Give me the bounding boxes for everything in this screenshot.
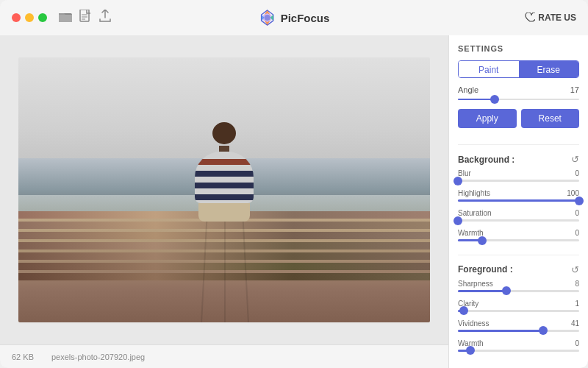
angle-row: Angle 17	[458, 85, 579, 94]
slider-row: Saturation 0	[458, 209, 579, 222]
svg-rect-1	[80, 10, 89, 21]
slider-track-sharpness[interactable]	[458, 290, 579, 292]
slider-row: Warmth 0	[458, 229, 579, 241]
slider-name: Sharpness	[458, 280, 493, 288]
slider-name: Saturation	[458, 209, 492, 217]
slider-track-warmth[interactable]	[458, 350, 579, 352]
foreground-section-header: Foreground : ↺	[458, 264, 579, 275]
app-window: PicFocus RATE US	[0, 0, 588, 368]
angle-value: 17	[570, 85, 579, 94]
maximize-button[interactable]	[38, 13, 47, 22]
divider-1	[458, 144, 579, 145]
slider-value: 41	[571, 319, 579, 328]
divider-2	[458, 255, 579, 255]
close-button[interactable]	[12, 13, 21, 22]
foreground-refresh-icon[interactable]: ↺	[571, 264, 579, 275]
slider-row: Highlights 100	[458, 189, 579, 202]
statusbar: 62 KB pexels-photo-207920.jpeg	[0, 344, 448, 368]
slider-row: Blur 0	[458, 169, 579, 182]
traffic-lights	[12, 13, 47, 22]
background-section-header: Background : ↺	[458, 154, 579, 165]
slider-value: 0	[575, 209, 579, 217]
app-logo-icon	[259, 9, 276, 26]
slider-track-highlights[interactable]	[458, 199, 579, 202]
slider-value: 0	[575, 169, 579, 177]
folder-icon[interactable]	[59, 10, 72, 25]
app-name-label: PicFocus	[281, 12, 330, 24]
reset-button[interactable]: Reset	[521, 109, 580, 128]
apply-button[interactable]: Apply	[458, 109, 517, 128]
background-sliders: Blur 0 Highlights 100 Saturati	[458, 169, 579, 249]
apply-reset-row: Apply Reset	[458, 109, 579, 128]
slider-track-blur[interactable]	[458, 180, 579, 182]
settings-panel: SETTINGS Paint Erase Angle 17 Apply Rese…	[448, 35, 588, 368]
title-bar: PicFocus RATE US	[0, 0, 588, 35]
export-icon[interactable]	[98, 10, 112, 26]
minimize-button[interactable]	[25, 13, 34, 22]
dock-area	[18, 211, 430, 322]
mode-toggle: Paint Erase	[458, 60, 579, 78]
slider-value: 8	[575, 280, 579, 288]
foreground-label: Foreground :	[458, 264, 513, 275]
slider-track-saturation[interactable]	[458, 219, 579, 222]
slider-name: Vividness	[458, 319, 490, 328]
image-container[interactable]	[0, 35, 448, 344]
slider-track-warmth[interactable]	[458, 239, 579, 241]
foreground-sliders: Sharpness 8 Clarity 1 Vividnes	[458, 280, 579, 359]
slider-row: Vividness 41	[458, 319, 579, 332]
slider-track-vividness[interactable]	[458, 330, 579, 332]
toolbar-icons	[59, 10, 112, 26]
rate-us-label: RATE US	[538, 13, 576, 23]
paint-button[interactable]: Paint	[459, 61, 519, 77]
background-refresh-icon[interactable]: ↺	[571, 154, 579, 165]
document-icon[interactable]	[79, 10, 91, 26]
background-label: Background :	[458, 155, 514, 165]
slider-row: Clarity 1	[458, 300, 579, 312]
heart-icon	[525, 13, 535, 23]
slider-row: Warmth 0	[458, 339, 579, 352]
angle-label: Angle	[458, 85, 478, 94]
erase-button[interactable]: Erase	[519, 61, 579, 77]
app-title-area: PicFocus	[259, 9, 330, 26]
rate-us-button[interactable]: RATE US	[525, 13, 576, 23]
slider-name: Highlights	[458, 189, 490, 197]
slider-value: 1	[575, 300, 579, 308]
slider-value: 0	[575, 339, 579, 347]
person-silhouette	[195, 122, 254, 222]
image-area: 62 KB pexels-photo-207920.jpeg	[0, 35, 448, 368]
angle-slider[interactable]	[458, 99, 579, 101]
slider-value: 0	[575, 229, 579, 237]
slider-track-clarity[interactable]	[458, 310, 579, 312]
svg-point-7	[265, 15, 270, 21]
file-size: 62 KB	[12, 353, 34, 361]
slider-row: Sharpness 8	[458, 280, 579, 292]
file-name: pexels-photo-207920.jpeg	[51, 353, 145, 361]
main-content: 62 KB pexels-photo-207920.jpeg SETTINGS …	[0, 35, 588, 368]
settings-heading: SETTINGS	[458, 44, 579, 53]
photo-display	[18, 57, 430, 322]
